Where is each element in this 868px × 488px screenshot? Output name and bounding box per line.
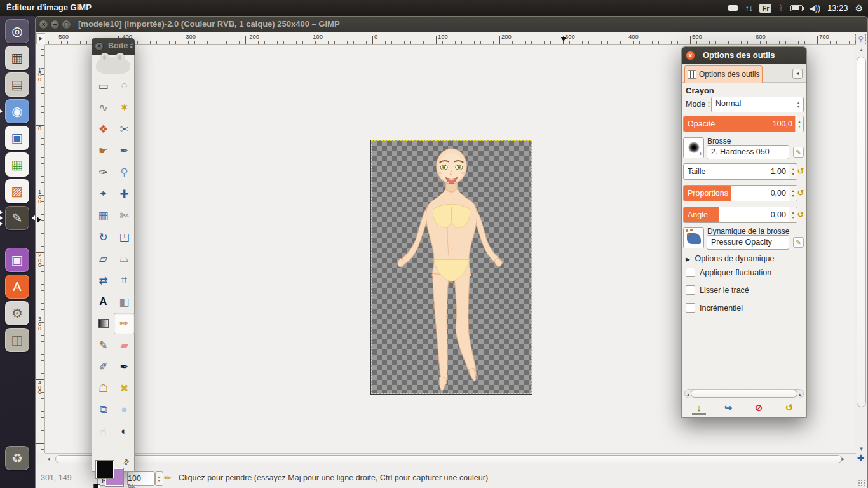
tool-blur-sharpen[interactable]: ●: [114, 399, 135, 421]
tool-zoom[interactable]: ⚲: [114, 161, 135, 183]
vertical-scroll-thumb[interactable]: [857, 57, 866, 407]
gimp-titlebar[interactable]: × – ▢ [modele10] (importée)-2.0 (Couleur…: [36, 17, 867, 32]
swap-colors-icon[interactable]: ⇄: [121, 458, 132, 468]
tool-pencil[interactable]: ✏: [114, 313, 135, 334]
reset-angle-button[interactable]: ↺: [795, 208, 806, 221]
tool-scissors-select[interactable]: ✂: [114, 118, 135, 140]
checkbox-appliquer-fluctuation[interactable]: [686, 268, 695, 277]
tool-scale[interactable]: ◰: [114, 226, 135, 248]
reset-tool-button[interactable]: ↺: [782, 401, 796, 415]
dynamics-thumbnail-button[interactable]: [683, 227, 704, 248]
launcher-item-media-player[interactable]: ▣: [5, 248, 29, 272]
checkbox-lisser-le-trac-[interactable]: [686, 285, 695, 295]
tool-free-select[interactable]: ∿: [93, 97, 114, 118]
save-preset-button[interactable]: ↓: [692, 401, 706, 415]
canvas-navigation-button[interactable]: ✚: [855, 452, 867, 464]
tool-select-by-color[interactable]: ❖: [93, 118, 114, 140]
tab-tool-options[interactable]: Options des outils: [684, 65, 763, 83]
brush-name-field[interactable]: 2. Hardness 050: [707, 145, 789, 159]
dynamics-options-expander[interactable]: ▶ Options de dynamique: [686, 254, 775, 263]
edit-dynamics-button[interactable]: ✎: [793, 237, 804, 248]
tool-paintbrush[interactable]: ✎: [93, 334, 114, 356]
edit-brush-button[interactable]: ✎: [793, 147, 804, 158]
tool-blend-gradient[interactable]: [93, 313, 114, 334]
scroll-left-button[interactable]: ◂: [47, 456, 50, 462]
scroll-right-button[interactable]: ▸: [841, 456, 844, 462]
tool-heal[interactable]: ✖: [114, 377, 135, 399]
webcam-icon[interactable]: [728, 5, 738, 11]
launcher-item-libreoffice-impress[interactable]: ▨: [5, 179, 29, 203]
tab-menu-button[interactable]: ◂: [792, 69, 803, 79]
zoom-follow-window-toggle[interactable]: ⚲: [855, 34, 866, 44]
tool-rectangle-select[interactable]: ▭: [93, 75, 114, 97]
delete-preset-button[interactable]: ⊘: [752, 401, 766, 415]
aspect-ratio-slider[interactable]: Proportions 0,00 ▴▾: [683, 185, 797, 201]
toolbox-close-button[interactable]: ×: [95, 42, 104, 51]
mode-select[interactable]: Normal ▴▾: [711, 97, 804, 112]
foreground-color-swatch[interactable]: [95, 460, 114, 479]
tool-move[interactable]: ✚: [114, 183, 135, 205]
launcher-item-calculator[interactable]: ▦: [5, 46, 29, 70]
tool-paths[interactable]: ✒: [114, 140, 135, 161]
tool-crop[interactable]: ✄: [114, 205, 135, 226]
keyboard-layout-indicator[interactable]: Fr: [759, 4, 771, 13]
launcher-item-libreoffice-calc[interactable]: ▦: [5, 152, 29, 177]
battery-icon[interactable]: [790, 5, 803, 11]
launcher-item-software-center[interactable]: A: [5, 274, 29, 299]
image-canvas[interactable]: [371, 140, 532, 394]
opacity-spinner[interactable]: ▴▾: [795, 116, 803, 132]
launcher-item-chromium-browser[interactable]: ◉: [5, 99, 29, 123]
dynamics-name-field[interactable]: Pressure Opacity: [707, 235, 789, 250]
bluetooth-icon[interactable]: ᛒ: [778, 4, 783, 13]
tool-shear[interactable]: ▱: [93, 248, 114, 269]
dialog-close-button[interactable]: ×: [686, 51, 695, 60]
tool-eraser[interactable]: ▰: [114, 334, 135, 356]
scroll-down-button[interactable]: ▾: [855, 445, 867, 452]
clock[interactable]: 13:23: [827, 3, 848, 13]
dialog-scrollbar[interactable]: ◂ · · · ▸: [684, 389, 804, 398]
size-slider[interactable]: Taille 1,00 ▴▾: [683, 163, 797, 180]
launcher-item-libreoffice-writer[interactable]: ▣: [5, 126, 29, 150]
window-close-button[interactable]: ×: [39, 20, 48, 29]
tool-clone[interactable]: ☖: [93, 377, 114, 399]
opacity-slider[interactable]: Opacité 100,0 ▴▾: [683, 116, 804, 132]
angle-slider[interactable]: Angle 0,00 ▴▾: [683, 207, 797, 223]
session-gear-icon[interactable]: ⚙: [855, 3, 863, 13]
tool-alignment[interactable]: ▦: [93, 205, 114, 226]
launcher-item-system-settings[interactable]: ⚙: [5, 301, 29, 325]
checkbox-incr-mentiel[interactable]: [686, 303, 695, 313]
tool-fuzzy-select[interactable]: ✶: [114, 97, 135, 118]
brush-thumbnail-button[interactable]: +: [683, 137, 704, 158]
tool-dodge-burn[interactable]: ◐: [114, 421, 135, 442]
window-minimize-button[interactable]: –: [50, 20, 60, 29]
launcher-item-screenshot-tool[interactable]: ◫: [5, 328, 29, 352]
tool-cage-transform[interactable]: ⌗: [114, 269, 135, 291]
sync-arrows-icon[interactable]: ↑↓: [745, 4, 752, 13]
tool-ink[interactable]: ✒: [114, 356, 135, 377]
tool-measure[interactable]: ⌖: [93, 183, 114, 205]
horizontal-scrollbar[interactable]: ◂ ▸: [45, 453, 856, 464]
tool-color-picker[interactable]: ✑: [93, 161, 114, 183]
launcher-item-gimp[interactable]: ✎: [5, 206, 29, 230]
launcher-item-dash-home[interactable]: ◎: [5, 19, 29, 43]
launcher-item-trash[interactable]: ♻: [5, 446, 29, 470]
zoom-spinner[interactable]: ▴▾: [155, 471, 163, 486]
tool-smudge[interactable]: ☝: [93, 421, 114, 442]
horizontal-scroll-thumb[interactable]: [55, 455, 842, 463]
tool-foreground-select[interactable]: ☛: [93, 140, 114, 161]
vertical-ruler[interactable]: -1000100200300400: [36, 45, 45, 453]
launcher-item-file-cabinet[interactable]: ▤: [5, 72, 29, 97]
reset-aspect-button[interactable]: ↺: [795, 187, 806, 200]
tool-rotate[interactable]: ↻: [93, 226, 114, 248]
resize-grip[interactable]: [858, 479, 865, 487]
default-colors-icon[interactable]: [93, 484, 98, 488]
ruler-corner-menu-button[interactable]: ▶: [36, 33, 46, 44]
vertical-scrollbar[interactable]: ▴ ▾: [855, 45, 867, 453]
tool-perspective[interactable]: ⏢: [114, 248, 135, 269]
restore-preset-button[interactable]: ↪: [721, 401, 735, 415]
toolbox-titlebar[interactable]: × Boîte à outils: [92, 38, 135, 55]
volume-icon[interactable]: ◀)): [810, 4, 820, 13]
tool-flip[interactable]: ⇄: [93, 269, 114, 291]
tool-airbrush[interactable]: ✐: [93, 356, 114, 377]
tool-ellipse-select[interactable]: ◌: [114, 75, 135, 97]
